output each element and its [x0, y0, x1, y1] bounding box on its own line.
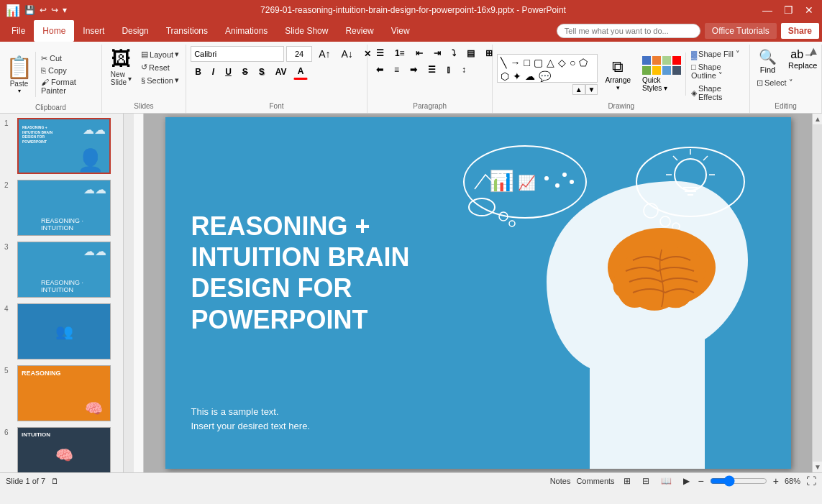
undo-icon[interactable]: ↩ — [40, 5, 47, 15]
ribbon-collapse-btn[interactable]: ▲ — [808, 45, 819, 58]
shape-line[interactable]: ╲ — [499, 56, 508, 69]
char-spacing-btn[interactable]: AV — [271, 65, 291, 79]
main-slide[interactable]: REASONING + INTUITION BRAIN DESIGN FOR P… — [165, 117, 791, 469]
slide-img-5[interactable]: 🧠REASONING — [17, 365, 111, 421]
scroll-down-btn[interactable]: ▼ — [813, 462, 822, 472]
bullets-btn[interactable]: ☰ — [372, 46, 388, 60]
shadow-btn[interactable]: S — [255, 65, 269, 79]
shape-diamond[interactable]: ◇ — [557, 56, 567, 69]
font-size-input[interactable] — [286, 46, 312, 62]
fit-window-btn[interactable]: ⛶ — [806, 475, 816, 487]
slide-thumb-4[interactable]: 4👥 — [3, 302, 120, 361]
shape-rect[interactable]: □ — [522, 56, 531, 69]
menu-item-insert[interactable]: Insert — [74, 20, 113, 42]
menu-item-review[interactable]: Review — [337, 20, 382, 42]
strikethrough-btn[interactable]: S — [238, 65, 252, 79]
zoom-out-btn[interactable]: − — [698, 475, 704, 487]
slide-thumb-2[interactable]: 2☁☁REASONING · INTUITION — [3, 178, 120, 237]
notes-icon[interactable]: 🗒 — [51, 477, 59, 485]
copy-btn[interactable]: ⎘ Copy — [39, 65, 99, 75]
shape-outline-btn[interactable]: □ Shape Outline ˅ — [689, 62, 745, 81]
zoom-slider[interactable] — [710, 475, 767, 487]
layout-btn[interactable]: ▤ Layout ▾ — [139, 49, 181, 60]
reading-view-btn[interactable]: 📖 — [658, 475, 675, 487]
slide-title[interactable]: REASONING + INTUITION BRAIN DESIGN FOR P… — [191, 211, 410, 335]
canvas-area[interactable]: REASONING + INTUITION BRAIN DESIGN FOR P… — [144, 114, 812, 472]
font-color-btn[interactable]: A — [293, 64, 309, 80]
format-painter-btn[interactable]: 🖌 Format Painter — [39, 77, 99, 96]
slide-thumb-3[interactable]: 3☁☁REASONING · INTUITION — [3, 240, 120, 299]
slide-img-2[interactable]: ☁☁REASONING · INTUITION — [17, 180, 111, 236]
shape-cloud[interactable]: ☁ — [524, 70, 536, 83]
slide-img-4[interactable]: 👥 — [17, 303, 111, 359]
paste-button[interactable]: 📋 Paste ▾ — [3, 52, 36, 97]
shape-arrow[interactable]: → — [508, 56, 521, 69]
scroll-up-btn[interactable]: ▲ — [813, 114, 822, 124]
shapes-scroll-down[interactable]: ▼ — [585, 84, 598, 95]
menu-item-animations[interactable]: Animations — [216, 20, 276, 42]
italic-btn[interactable]: I — [208, 65, 219, 79]
slide-thumb-1[interactable]: 1REASONING +INTUITION BRAINDESIGN FORPOW… — [3, 116, 120, 175]
shape-round-rect[interactable]: ▢ — [532, 56, 544, 69]
new-slide-btn[interactable]: 🖼 NewSlide▾ — [106, 46, 136, 89]
tell-me-input[interactable] — [557, 24, 700, 38]
align-left-btn[interactable]: ⬅ — [372, 63, 388, 77]
minimize-btn[interactable]: — — [759, 4, 775, 16]
cut-btn[interactable]: ✂ Cut — [39, 53, 99, 64]
slide-img-3[interactable]: ☁☁REASONING · INTUITION — [17, 242, 111, 298]
align-right-btn[interactable]: ➡ — [406, 63, 421, 77]
slide-thumb-5[interactable]: 5🧠REASONING — [3, 364, 120, 423]
section-btn[interactable]: § Section ▾ — [139, 75, 181, 86]
bold-btn[interactable]: B — [191, 65, 206, 79]
share-btn[interactable]: Share — [781, 23, 819, 39]
zoom-percent[interactable]: 68% — [785, 477, 800, 485]
text-direction-btn[interactable]: ⤵ — [447, 46, 460, 60]
shape-circle[interactable]: ○ — [568, 56, 577, 69]
shape-pentagon[interactable]: ⬠ — [577, 56, 589, 69]
redo-icon[interactable]: ↪ — [51, 5, 58, 15]
notes-btn[interactable]: Notes — [550, 477, 571, 485]
comments-btn[interactable]: Comments — [576, 477, 614, 485]
shape-callout[interactable]: 💬 — [537, 70, 552, 83]
zoom-in-btn[interactable]: + — [773, 475, 779, 487]
shapes-scroll-up[interactable]: ▲ — [572, 84, 585, 95]
increase-font-btn[interactable]: A↑ — [314, 46, 334, 62]
underline-btn[interactable]: U — [221, 65, 236, 79]
align-center-btn[interactable]: ≡ — [390, 63, 403, 77]
find-btn[interactable]: 🔍 Find — [754, 46, 781, 76]
align-text-btn[interactable]: ▤ — [462, 46, 479, 60]
arrange-btn[interactable]: ⧉ Arrange ▾ — [600, 52, 635, 96]
slide-subtitle[interactable]: This is a sample text. Insert your desir… — [191, 405, 310, 433]
slide-img-1[interactable]: REASONING +INTUITION BRAINDESIGN FORPOWE… — [17, 118, 111, 174]
slide-img-6[interactable]: 🧠INTUITION — [17, 427, 111, 472]
shape-hexagon[interactable]: ⬡ — [499, 70, 511, 83]
office-tutorials-btn[interactable]: Office Tutorials — [705, 23, 777, 39]
increase-indent-btn[interactable]: ⇥ — [429, 46, 445, 60]
shape-fill-btn[interactable]: ▓ Shape Fill ˅ — [689, 49, 745, 60]
menu-item-transitions[interactable]: Transitions — [157, 20, 216, 42]
slide-sorter-btn[interactable]: ⊟ — [639, 475, 652, 487]
line-spacing-btn[interactable]: ↕ — [457, 63, 470, 77]
scroll-track[interactable] — [813, 124, 822, 462]
shape-triangle[interactable]: △ — [545, 56, 556, 69]
shape-star[interactable]: ✦ — [511, 70, 523, 83]
justify-btn[interactable]: ☰ — [424, 63, 440, 77]
shape-effects-btn[interactable]: ◈ Shape Effects — [689, 83, 745, 102]
normal-view-btn[interactable]: ⊞ — [621, 475, 634, 487]
menu-item-view[interactable]: View — [383, 20, 419, 42]
slide-thumb-6[interactable]: 6🧠INTUITION — [3, 426, 120, 472]
numbering-btn[interactable]: 1≡ — [391, 46, 409, 60]
close-btn[interactable]: ✕ — [802, 4, 816, 16]
font-name-selector[interactable] — [191, 46, 284, 62]
menu-item-slide show[interactable]: Slide Show — [276, 20, 337, 42]
menu-item-file[interactable]: File — [3, 20, 34, 42]
decrease-font-btn[interactable]: A↓ — [337, 46, 357, 62]
reset-btn[interactable]: ↺ Reset — [139, 62, 181, 73]
quick-styles-btn[interactable]: Quick Styles ▾ — [638, 52, 686, 96]
decrease-indent-btn[interactable]: ⇤ — [411, 46, 427, 60]
menu-item-design[interactable]: Design — [113, 20, 157, 42]
select-btn[interactable]: ⊡ Select ˅ — [754, 78, 795, 88]
columns-btn[interactable]: ⫿ — [442, 63, 455, 77]
restore-btn[interactable]: ❐ — [781, 4, 796, 16]
save-icon[interactable]: 💾 — [24, 5, 35, 15]
